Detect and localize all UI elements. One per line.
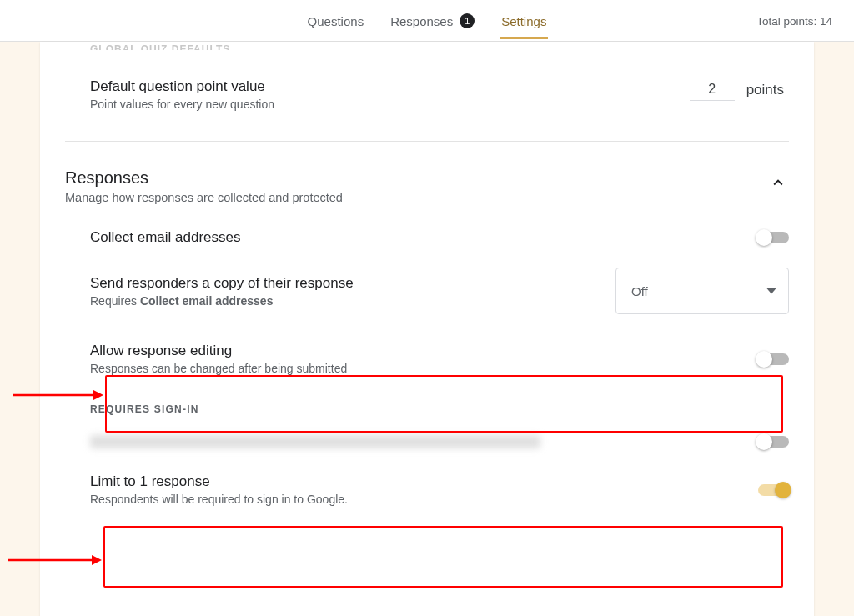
default-point-subtitle: Point values for every new question bbox=[90, 98, 274, 111]
collect-email-toggle[interactable] bbox=[758, 232, 789, 243]
responses-count-badge: 1 bbox=[460, 13, 475, 28]
allow-edit-subtitle: Responses can be changed after being sub… bbox=[90, 362, 347, 375]
default-point-value-row: Default question point value Point value… bbox=[90, 78, 789, 111]
responses-section-title: Responses bbox=[65, 168, 343, 188]
allow-edit-title: Allow response editing bbox=[90, 343, 347, 359]
top-tab-bar: Questions Responses 1 Settings Total poi… bbox=[0, 0, 854, 42]
responses-section-header: Responses Manage how responses are colle… bbox=[65, 168, 789, 204]
responses-section-subtitle: Manage how responses are collected and p… bbox=[65, 191, 343, 204]
requires-signin-label: REQUIRES SIGN-IN bbox=[90, 403, 789, 415]
tab-settings[interactable]: Settings bbox=[500, 3, 548, 39]
limit-one-toggle[interactable] bbox=[758, 484, 789, 496]
send-copy-select-value: Off bbox=[631, 284, 648, 298]
section-divider bbox=[65, 141, 789, 142]
collapse-responses-button[interactable] bbox=[769, 173, 789, 193]
total-points-label: Total points: 14 bbox=[756, 14, 832, 27]
caret-down-icon bbox=[766, 286, 776, 296]
allow-edit-toggle[interactable] bbox=[758, 353, 789, 365]
limit-one-title: Limit to 1 response bbox=[90, 473, 348, 490]
tab-responses[interactable]: Responses 1 bbox=[389, 2, 476, 39]
restricted-org-row bbox=[90, 435, 789, 448]
send-copy-title: Send responders a copy of their response bbox=[90, 275, 354, 292]
settings-card: GLOBAL QUIZ DEFAULTS Default question po… bbox=[40, 42, 814, 616]
default-point-input[interactable] bbox=[690, 78, 735, 101]
points-unit-label: points bbox=[746, 82, 784, 98]
send-copy-row: Send responders a copy of their response… bbox=[90, 268, 789, 314]
default-point-title: Default question point value bbox=[90, 78, 274, 95]
send-copy-select[interactable]: Off bbox=[615, 268, 789, 314]
restricted-org-toggle[interactable] bbox=[758, 436, 789, 448]
limit-one-subtitle: Respondents will be required to sign in … bbox=[90, 493, 348, 506]
tab-responses-label: Responses bbox=[390, 14, 453, 28]
limit-one-response-row: Limit to 1 response Respondents will be … bbox=[90, 473, 789, 506]
send-copy-subtitle: Requires Collect email addresses bbox=[90, 294, 354, 308]
collect-email-row: Collect email addresses bbox=[90, 229, 789, 246]
allow-response-editing-row: Allow response editing Responses can be … bbox=[90, 343, 789, 375]
blurred-setting-text bbox=[90, 435, 540, 448]
tab-questions[interactable]: Questions bbox=[306, 3, 366, 39]
chevron-up-icon bbox=[769, 173, 787, 192]
global-quiz-defaults-label: GLOBAL QUIZ DEFAULTS bbox=[90, 42, 789, 50]
collect-email-title: Collect email addresses bbox=[90, 229, 240, 246]
